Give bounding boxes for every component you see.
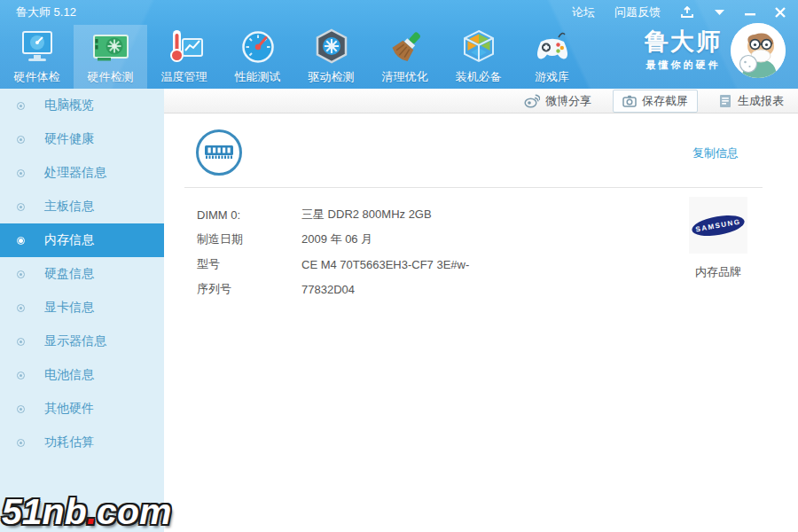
action-label: 微博分享 (545, 93, 591, 109)
sidebar-item-hardware-health[interactable]: 硬件健康 (0, 122, 164, 156)
sidebar-item-label: 电池信息 (44, 367, 94, 383)
monitor-radar-icon (17, 27, 58, 68)
action-label: 生成报表 (738, 93, 784, 109)
close-icon[interactable] (775, 7, 786, 18)
tab-pc-builder[interactable]: 装机必备 (442, 25, 515, 89)
radio-icon (17, 372, 25, 379)
sidebar-item-gpu-info[interactable]: 显卡信息 (0, 291, 164, 325)
table-row: 制造日期 2009 年 06 月 (197, 227, 469, 252)
ram-module-icon (196, 129, 242, 176)
radio-icon (17, 102, 25, 110)
feedback-link[interactable]: 问题反馈 (614, 4, 661, 20)
radio-icon (17, 169, 25, 177)
radio-icon (17, 338, 25, 346)
sidebar-item-label: 显示器信息 (44, 333, 106, 349)
memory-brand-caption: 内存品牌 (689, 264, 747, 280)
main-panel: 微博分享 保存截屏 (164, 89, 798, 532)
radio-icon (17, 439, 25, 447)
sidebar-item-disk-info[interactable]: 硬盘信息 (0, 257, 164, 291)
row-value: 三星 DDR2 800MHz 2GB (301, 207, 432, 223)
share-upload-icon[interactable] (680, 6, 694, 19)
tab-label: 游戏库 (535, 69, 569, 85)
radio-icon (17, 270, 25, 278)
sidebar-item-memory-info[interactable]: 内存信息 (0, 223, 164, 257)
radio-icon (17, 405, 25, 413)
radio-icon (17, 203, 25, 211)
gpu-card-icon (90, 27, 131, 68)
toolbar: 硬件体检 (0, 25, 798, 89)
sidebar: 电脑概览 硬件健康 处理器信息 主板信息 内存信息 硬盘信息 (0, 89, 164, 532)
sidebar-item-power-estimate[interactable]: 功耗估算 (0, 426, 164, 459)
sidebar-item-label: 功耗估算 (44, 434, 94, 450)
sidebar-item-cpu-info[interactable]: 处理器信息 (0, 156, 164, 190)
tab-hardware-detect[interactable]: 硬件检测 (74, 25, 147, 89)
app-body: 电脑概览 硬件健康 处理器信息 主板信息 内存信息 硬盘信息 (0, 89, 798, 532)
row-value: 77832D04 (301, 283, 355, 296)
table-row: 序列号 77832D04 (197, 277, 469, 301)
tab-cleanup[interactable]: 清理优化 (368, 25, 442, 89)
sidebar-item-pc-overview[interactable]: 电脑概览 (0, 89, 164, 122)
sidebar-item-other-hardware[interactable]: 其他硬件 (0, 392, 164, 426)
row-label: 制造日期 (197, 231, 301, 247)
driver-gear-icon (311, 27, 352, 68)
mascot-avatar (731, 23, 786, 78)
brush-icon (385, 27, 426, 68)
action-label: 保存截屏 (642, 93, 688, 109)
titlebar: 鲁大师 5.12 论坛 问题反馈 (0, 0, 798, 25)
titlebar-actions: 论坛 问题反馈 (572, 4, 786, 20)
sidebar-item-label: 显卡信息 (44, 300, 94, 316)
tab-hardware-checkup[interactable]: 硬件体检 (0, 25, 74, 89)
sidebar-item-label: 主板信息 (44, 199, 94, 215)
radio-icon (17, 237, 25, 245)
save-screenshot-button[interactable]: 保存截屏 (613, 90, 698, 113)
tab-label: 性能测试 (235, 69, 281, 85)
tab-label: 硬件检测 (88, 69, 134, 85)
sidebar-item-label: 其他硬件 (44, 401, 94, 417)
sidebar-item-label: 硬件健康 (44, 131, 94, 147)
sidebar-item-battery-info[interactable]: 电池信息 (0, 358, 164, 392)
copy-info-link[interactable]: 复制信息 (692, 145, 739, 161)
tab-driver-detect[interactable]: 驱动检测 (294, 25, 368, 89)
row-value: CE M4 70T5663EH3-CF7 3E#w- (301, 258, 469, 271)
header: 鲁大师 5.12 论坛 问题反馈 (0, 0, 798, 89)
tab-label: 装机必备 (456, 69, 502, 85)
sidebar-item-label: 电脑概览 (44, 98, 94, 113)
tab-game-library[interactable]: 游戏库 (515, 25, 589, 89)
row-label: 序列号 (197, 281, 301, 297)
minimize-icon[interactable] (745, 8, 755, 17)
sidebar-item-display-info[interactable]: 显示器信息 (0, 325, 164, 358)
memory-details: DIMM 0: 三星 DDR2 800MHz 2GB 制造日期 2009 年 0… (197, 202, 469, 301)
table-row: DIMM 0: 三星 DDR2 800MHz 2GB (197, 202, 469, 227)
logo-name: 鲁大师 (645, 29, 722, 56)
weibo-share-button[interactable]: 微博分享 (524, 93, 591, 109)
sidebar-item-motherboard-info[interactable]: 主板信息 (0, 190, 164, 223)
weibo-icon (524, 94, 540, 108)
row-label: DIMM 0: (197, 208, 301, 222)
sidebar-item-label: 内存信息 (44, 232, 94, 248)
section-divider (184, 187, 763, 188)
gamepad-icon (532, 27, 573, 68)
sidebar-item-label: 硬盘信息 (44, 266, 94, 282)
thermometer-icon (164, 27, 205, 68)
toolbar-tabs: 硬件体检 (0, 25, 589, 89)
memory-info-panel: 复制信息 DIMM 0: 三星 DDR2 800MHz 2GB 制造日期 200… (164, 113, 798, 532)
sidebar-item-label: 处理器信息 (44, 165, 106, 181)
tab-temperature[interactable]: 温度管理 (147, 25, 221, 89)
camera-icon (622, 95, 637, 107)
chevron-down-icon[interactable] (714, 9, 725, 16)
samsung-logo-text: SAMSUNG (691, 211, 747, 239)
tab-label: 驱动检测 (309, 69, 355, 85)
tab-benchmark[interactable]: 性能测试 (221, 25, 294, 89)
generate-report-button[interactable]: 生成报表 (719, 93, 784, 109)
forum-link[interactable]: 论坛 (572, 4, 595, 20)
app-title: 鲁大师 5.12 (16, 4, 76, 20)
tab-label: 温度管理 (161, 69, 207, 85)
logo-slogan: 最懂你的硬件 (645, 59, 722, 72)
radio-icon (17, 304, 25, 312)
memory-brand-box: SAMSUNG 内存品牌 (689, 197, 747, 280)
cube-box-icon (458, 27, 499, 68)
radio-icon (17, 136, 25, 144)
samsung-logo: SAMSUNG (689, 197, 747, 254)
row-label: 型号 (197, 256, 301, 272)
logo-text: 鲁大师 最懂你的硬件 (645, 29, 722, 72)
